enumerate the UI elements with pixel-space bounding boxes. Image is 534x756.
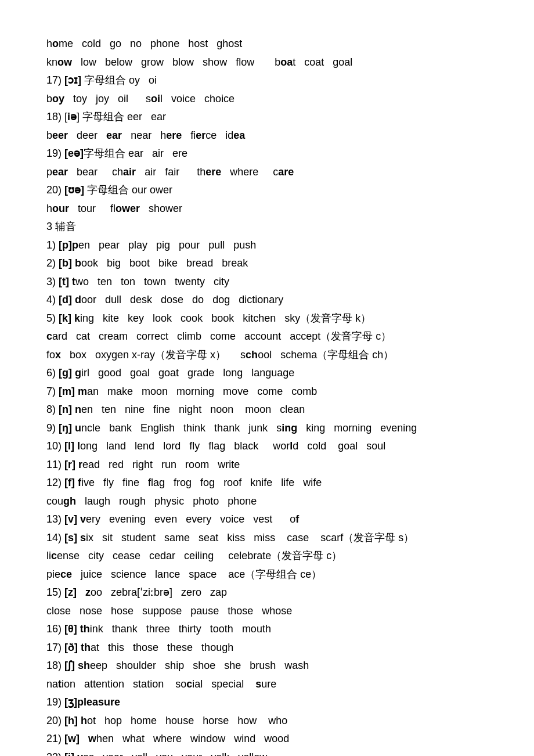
content-line-l38: 20) [h] hot hop home house horse how who xyxy=(46,712,488,730)
content-line-l22: 9) [ŋ] uncle bank English think thank ju… xyxy=(46,419,488,438)
content-line-l1: home cold go no phone host ghost xyxy=(46,35,488,53)
content-line-l13: 2) [b] book big boot bike bread break xyxy=(46,254,488,273)
content-line-l30: piece juice science lance space ace（字母组合… xyxy=(46,566,488,584)
content-line-l24: 11) [r] read red right run room write xyxy=(46,456,488,474)
content-line-l36: nation attention station social special … xyxy=(46,675,488,694)
content-line-l4: boy toy joy oil soil voice choice xyxy=(46,90,488,109)
content-line-l23: 10) [l] long land lend lord fly flag bla… xyxy=(46,437,488,456)
content-line-l26: cough laugh rough physic photo phone xyxy=(46,492,488,511)
content-line-l3: 17) [ɔɪ] 字母组合 oy oi xyxy=(46,71,488,90)
content-line-l16: 5) [k] king kite key look cook book kitc… xyxy=(46,309,488,328)
content-line-l21: 8) [n] nen ten nine fine night noon moon… xyxy=(46,401,488,419)
content-line-l7: 19) [eə]字母组合 ear air ere xyxy=(46,145,488,163)
content-line-l15: 4) [d] door dull desk dose do dog dictio… xyxy=(46,291,488,309)
content-line-l18: fox box oxygen x-ray（发音字母 x） school sche… xyxy=(46,346,488,365)
content-line-l34: 17) [ð] that this those these though xyxy=(46,639,488,657)
content-line-l2: know low below grow blow show flow boat … xyxy=(46,53,488,72)
content-line-l6: beer deer ear near here fierce idea xyxy=(46,127,488,145)
content-line-l8: pear bear chair air fair there where car… xyxy=(46,163,488,182)
content-line-l37: 19) [ʒ]pleasure xyxy=(46,693,488,712)
content-line-l5: 18) [iə] 字母组合 eer ear xyxy=(46,108,488,127)
content-line-l17: card cat cream correct climb come accoun… xyxy=(46,327,488,346)
content-line-l20: 7) [m] man make moon morning move come c… xyxy=(46,383,488,401)
content-line-l35: 18) [ʃ] sheep shoulder ship shoe she bru… xyxy=(46,657,488,675)
content-line-l39: 21) [w] when what where window wind wood xyxy=(46,730,488,748)
content-line-l33: 16) [θ] think thank three thirty tooth m… xyxy=(46,620,488,639)
content-line-l9: 20) [ʊə] 字母组合 our ower xyxy=(46,181,488,200)
content-line-l40: 22) [j] yes year yell you your yolk yell… xyxy=(46,748,488,757)
content-area: home cold go no phone host ghostknow low… xyxy=(46,35,488,756)
content-line-l28: 14) [s] six sit student same seat kiss m… xyxy=(46,529,488,548)
content-line-l31: 15) [z] zoo zebra[ˈziːbrə] zero zap xyxy=(46,584,488,602)
content-line-l14: 3) [t] two ten ton town twenty city xyxy=(46,273,488,291)
content-line-l12: 1) [p]pen pear play pig pour pull push xyxy=(46,236,488,255)
content-line-l29: license city cease cedar ceiling celebra… xyxy=(46,547,488,566)
content-line-l27: 13) [v] very evening even every voice ve… xyxy=(46,510,488,529)
content-line-l19: 6) [g] girl good goal goat grade long la… xyxy=(46,364,488,383)
content-line-l11: 3 辅音 xyxy=(46,218,488,236)
content-line-l25: 12) [f] five fly fine flag frog fog roof… xyxy=(46,474,488,492)
content-line-l32: close nose hose suppose pause those whos… xyxy=(46,602,488,621)
content-line-l10: hour tour flower shower xyxy=(46,200,488,218)
